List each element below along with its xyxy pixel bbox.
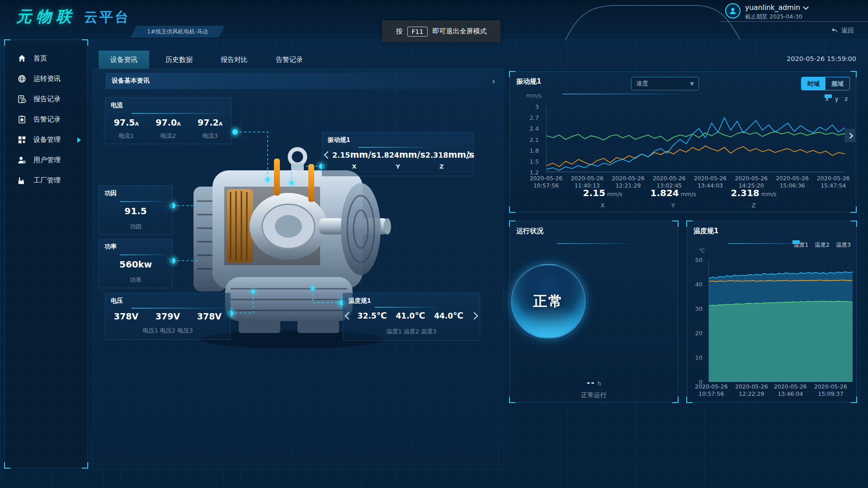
alarm-icon [18,115,26,124]
sidebar-item-home[interactable]: 首页 [5,48,87,69]
power-factor-label: 功因 [130,223,142,230]
legend-item[interactable]: 温度2 [815,241,830,249]
y-axis-tick: 1.5 [529,158,539,164]
sidebar-item-report-records[interactable]: 报告记录 [5,89,87,109]
section-expand-arrow[interactable]: › [492,77,495,85]
power-factor-callout: 功因 91.5 功因 [99,185,173,235]
current-callout: 电流 97.5A 97.0A 97.2A 电流1 电流2 电流3 [105,97,231,144]
notice-suffix: 即可退出全屏模式 [432,27,486,36]
y-axis-tick: 50 [695,257,703,263]
legend-item[interactable]: 温度3 [836,241,851,249]
vib-y-value: 1.824 [376,151,399,160]
callout-title: 电压 [111,297,123,305]
brand-platform: 云平台 [84,8,130,27]
summary-y-value: 1.824 [651,188,679,198]
axis-label: Y [644,202,703,209]
power-factor-value: 91.5 [124,206,146,216]
frequency-domain-button[interactable]: 频域 [826,77,849,90]
tab-report-compare[interactable]: 报告对比 [209,51,259,69]
axis-label: Z [439,163,443,170]
unit: h [598,380,601,387]
unit: ℃ [453,310,463,320]
y-axis-tick: 2.7 [529,114,539,121]
dashboard: 元物联 云平台 1#线主供风机电机-马达 按 F11 即可退出全屏模式 yuan… [0,0,868,488]
sidebar: 首页 运转资讯 报告记录 告警记录 设备管理 用户管理 [5,40,88,468]
sidebar-item-label: 工厂管理 [33,176,61,185]
section-title: 设备基本资讯 [112,77,150,85]
voltage-labels: 电压1 电压2 电压3 [142,327,193,334]
sidebar-item-alarm-records[interactable]: 告警记录 [5,109,87,130]
fullscreen-exit-notice: 按 F11 即可退出全屏模式 [382,20,500,42]
temperature-panel: 温度规1 温度1温度2温度3 ℃ 50403020100 2020-05-261… [687,221,857,403]
legend-item[interactable]: z [844,95,848,102]
vibration-plot-area [546,107,844,172]
unit: mm/s [681,191,696,197]
vib-x-value: 2.15 [332,151,350,160]
notice-prefix: 按 [396,27,403,36]
sidebar-item-operation-info[interactable]: 运转资讯 [5,69,87,89]
current-datetime: 2020-05-26 15:59:00 [723,55,856,62]
prev-gauge-arrow[interactable] [345,312,353,320]
x-axis-label: 2020-05-2613:46:04 [774,383,807,398]
running-hours-value: -- [587,378,595,387]
header-decoration [563,0,744,41]
report-icon [18,95,26,103]
sidebar-item-device-management[interactable]: 设备管理 [5,130,87,150]
devices-icon [18,136,26,144]
vibration-callout: 振动规1 2.15mm/s 1.824mm/s 2.318mm/s X Y Z [322,132,474,176]
dropdown-caret-icon: ▼ [690,81,694,87]
callout-title: 温度规1 [349,297,371,305]
sidebar-item-label: 报告记录 [33,95,61,103]
legend-swatch [793,240,800,244]
globe-icon [18,75,26,83]
axis-label: X [573,202,632,209]
username: yuanlink_admin [745,4,800,12]
legend-item[interactable]: y [835,95,838,102]
sidebar-item-factory-management[interactable]: 工厂管理 [5,170,87,191]
y-axis-tick: 10 [695,354,703,361]
temp-3-value: 44.0 [434,311,453,320]
status-text: 正常 [533,292,564,311]
axis-label: X [352,163,357,170]
x-axis-label: 2020-05-2615:09:37 [814,383,847,398]
y-axis-unit: mm/s [526,93,542,99]
header: 元物联 云平台 1#线主供风机电机-马达 按 F11 即可退出全屏模式 yuan… [0,0,868,40]
current-2-label: 电流2 [160,132,176,140]
voltage-3-value: 378 [197,311,215,321]
user-gear-icon [18,156,26,164]
sidebar-item-user-management[interactable]: 用户管理 [5,150,87,170]
f11-key: F11 [407,27,428,37]
x-axis: 2020-05-2610:57:562020-05-2612:22:292020… [708,383,852,399]
tab-alarm-records[interactable]: 告警记录 [264,51,315,69]
submenu-arrow-icon [77,137,81,143]
voltage-1-value: 378 [114,311,132,321]
temperature-callout: 温度规1 32.5℃ 41.0℃ 44.0℃ 温度1 温度2 温度3 [343,293,480,341]
time-domain-button[interactable]: 时域 [802,77,826,90]
sidebar-item-label: 设备管理 [33,136,61,144]
tab-device-info[interactable]: 设备资讯 [99,51,149,69]
vib-z-value: 2.318 [425,151,448,160]
prev-gauge-arrow[interactable] [324,151,332,159]
unit: mm/s [399,150,425,160]
status-indicator: 正常 [511,264,586,339]
tab-history-data[interactable]: 历史数据 [154,51,204,69]
current-1-value: 97.5 [114,117,135,127]
vibration-legend: xyz [826,95,848,102]
y-axis-tick: 30 [695,305,703,312]
voltage-2-value: 379 [156,311,174,321]
temp-2-value: 41.0 [396,311,415,320]
y-axis-tick: 2.1 [529,136,539,143]
legend-swatch [825,94,832,98]
unit: V [215,311,222,321]
temp-1-value: 32.5 [358,311,377,320]
back-button[interactable]: 返回 [828,26,857,35]
x-axis-label: 2020-05-2615:47:54 [817,175,850,189]
section-header: 设备基本资讯 › [105,73,501,89]
unit: mm/s [350,150,376,160]
next-gauge-arrow[interactable] [471,312,478,320]
user-menu[interactable]: yuanlink_admin [745,4,808,12]
y-axis-tick: 2.4 [529,125,539,132]
panel-next-arrow[interactable] [844,129,855,142]
measure-type-dropdown[interactable]: 速度 ▼ [631,77,699,90]
panel-title: 振动规1 [516,77,541,86]
